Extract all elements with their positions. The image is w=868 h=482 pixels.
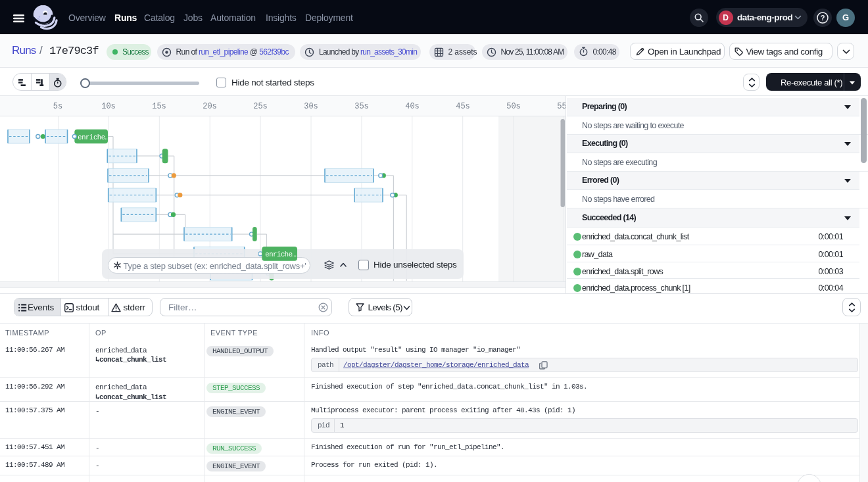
svg-text:enriche…: enriche…: [265, 251, 296, 258]
svg-text:?: ?: [821, 14, 825, 22]
svg-text:enriche…: enriche…: [78, 133, 108, 141]
